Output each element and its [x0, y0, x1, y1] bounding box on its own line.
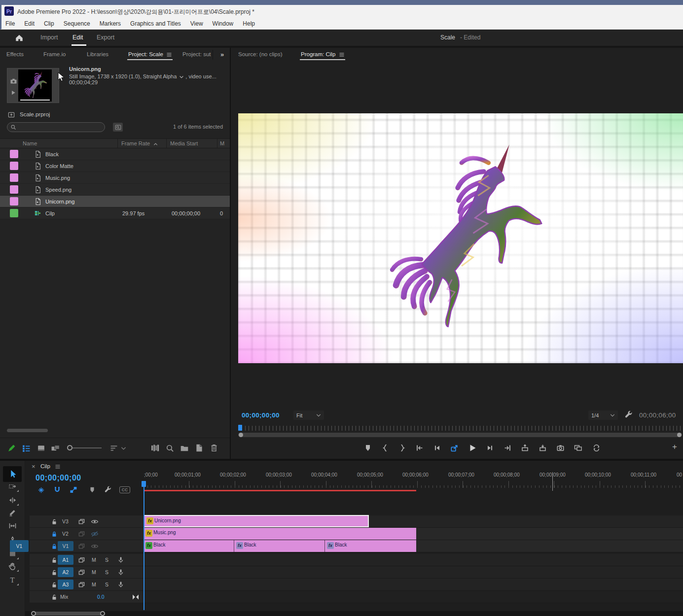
scrollbar-right-handle[interactable] — [677, 433, 682, 437]
zoom-level-dropdown[interactable]: Fit — [293, 411, 324, 420]
column-frame-rate[interactable]: Frame Rate — [121, 140, 150, 146]
sort-ascending-icon[interactable] — [153, 142, 158, 147]
track-header-mix[interactable]: Mix 0.0 — [30, 591, 143, 603]
list-view-button[interactable] — [22, 444, 31, 452]
clip-unicorn-v3[interactable]: fx Unicorn.png — [144, 515, 369, 527]
fx-badge[interactable]: fx — [327, 542, 334, 549]
nest-toggle-icon[interactable] — [37, 486, 45, 494]
clip-music-v2[interactable]: fx Music.png — [144, 528, 416, 540]
table-row-black[interactable]: Black — [0, 148, 230, 160]
track-lane-a1[interactable] — [143, 554, 683, 566]
project-writable-icon[interactable] — [7, 444, 16, 452]
go-to-out-button[interactable] — [503, 444, 511, 452]
preview-play-icon[interactable] — [10, 89, 17, 96]
sync-lock-icon[interactable] — [78, 518, 85, 525]
clip-black-3-v1[interactable]: fx Black — [325, 540, 416, 552]
menu-sequence[interactable]: Sequence — [64, 20, 90, 27]
icon-view-button[interactable] — [37, 444, 45, 452]
table-row-cilp[interactable]: Cilp 29.97 fps 00;00;00;00 0 — [0, 207, 230, 219]
label-color-chip[interactable] — [10, 197, 18, 205]
search-box[interactable] — [7, 122, 105, 132]
program-playhead-caret[interactable] — [238, 425, 242, 431]
playback-resolution-dropdown[interactable]: 1/4 — [588, 411, 618, 420]
lift-button[interactable] — [450, 444, 459, 452]
sort-options-chevron-icon[interactable] — [121, 446, 126, 450]
title-bar[interactable]: Pr Adobe Premiere Pro 2022 - H:\lesson\영… — [0, 5, 683, 18]
thumbnail-zoom-slider[interactable] — [67, 447, 102, 449]
project-hscrollbar[interactable] — [7, 429, 48, 432]
solo-button[interactable]: S — [105, 569, 108, 575]
timeline-panel-menu-icon[interactable] — [54, 463, 61, 470]
mic-icon[interactable] — [117, 556, 124, 564]
tool-slip[interactable] — [4, 519, 20, 532]
freeform-view-button[interactable] — [51, 444, 61, 452]
mark-in-button[interactable] — [381, 444, 389, 452]
workspace-tab-import[interactable]: Import — [40, 34, 58, 41]
program-mini-ruler[interactable] — [238, 426, 683, 431]
mute-button[interactable]: M — [92, 557, 96, 563]
delete-button[interactable] — [210, 444, 218, 452]
sync-lock-icon[interactable] — [78, 530, 85, 538]
tab-project-sut[interactable]: Project: sut — [182, 51, 211, 57]
mix-gain-value[interactable]: 0.0 — [97, 594, 105, 600]
track-label[interactable]: V2 — [62, 531, 69, 537]
scrollbar-left-handle[interactable] — [31, 611, 36, 616]
timeline-marker-icon[interactable] — [89, 486, 96, 493]
find-button-bottom[interactable] — [166, 444, 174, 452]
menu-graphics-titles[interactable]: Graphics and Titles — [130, 20, 181, 27]
lock-open-icon[interactable] — [51, 581, 58, 588]
mark-out-button[interactable] — [398, 444, 406, 452]
track-target-a1[interactable]: A1 — [58, 555, 73, 565]
preview-thumbnail-frame[interactable] — [7, 68, 59, 103]
label-color-chip[interactable] — [10, 173, 18, 182]
menu-clip[interactable]: Clip — [44, 20, 54, 27]
project-panel-menu-icon[interactable] — [166, 51, 173, 58]
lock-closed-icon[interactable] — [51, 530, 58, 538]
fx-badge[interactable]: fx — [145, 530, 152, 537]
lock-open-icon[interactable] — [51, 518, 58, 525]
fx-badge[interactable]: fx — [146, 517, 153, 524]
tool-razor[interactable] — [4, 507, 20, 519]
multi-camera-button[interactable] — [574, 444, 583, 452]
solo-button[interactable]: S — [105, 582, 108, 587]
solo-button[interactable]: S — [105, 557, 108, 563]
overwrite-button[interactable] — [539, 444, 547, 452]
menu-edit[interactable]: Edit — [24, 20, 35, 27]
tab-project-scale[interactable]: Project: Scale — [128, 51, 163, 57]
label-color-chip[interactable] — [10, 162, 18, 170]
table-row-unicorn-selected[interactable]: Unicorn.png — [0, 196, 230, 207]
timeline-hscrollbar-track[interactable] — [25, 611, 683, 616]
track-header-v1[interactable]: V1 — [30, 540, 143, 552]
go-to-in-button[interactable] — [416, 444, 424, 452]
comparison-view-button[interactable] — [592, 444, 601, 452]
menu-view[interactable]: View — [190, 20, 203, 27]
menu-help[interactable]: Help — [243, 20, 255, 27]
sync-lock-icon[interactable] — [78, 543, 85, 550]
step-back-button[interactable] — [433, 444, 441, 452]
program-zoom-scrollbar[interactable] — [238, 433, 682, 437]
button-editor-plus[interactable]: + — [670, 442, 680, 452]
new-item-button[interactable] — [195, 444, 203, 452]
mic-icon[interactable] — [117, 568, 124, 577]
tab-source-monitor[interactable]: Source: (no clips) — [238, 51, 282, 57]
sort-options-button[interactable] — [109, 445, 118, 452]
tab-effects[interactable]: Effects — [6, 51, 24, 57]
eye-icon[interactable] — [91, 518, 99, 525]
eye-off-icon[interactable] — [91, 531, 99, 537]
folder-up-icon[interactable] — [7, 110, 15, 118]
label-color-chip[interactable] — [10, 209, 18, 217]
label-color-chip[interactable] — [10, 185, 18, 194]
menu-markers[interactable]: Markers — [100, 20, 121, 27]
eye-icon[interactable] — [91, 543, 99, 549]
table-row-color-matte[interactable]: Color Matte — [0, 160, 230, 172]
camera-icon[interactable] — [9, 77, 17, 84]
tab-libraries[interactable]: Libraries — [87, 51, 108, 57]
panel-overflow-chevrons[interactable]: » — [220, 51, 224, 58]
timeline-timecode[interactable]: 00;00;00;00 — [36, 474, 81, 482]
program-panel-menu-icon[interactable] — [338, 51, 345, 58]
track-header-a3[interactable]: A3 M S — [30, 579, 143, 591]
timeline-tab-label[interactable]: Cilp — [40, 463, 50, 469]
timeline-ruler[interactable]: ;00;00 00;00;01;00 00;00;02;00 00;00;03;… — [144, 472, 683, 491]
step-forward-button[interactable] — [486, 444, 494, 452]
lock-open-icon[interactable] — [51, 593, 58, 601]
